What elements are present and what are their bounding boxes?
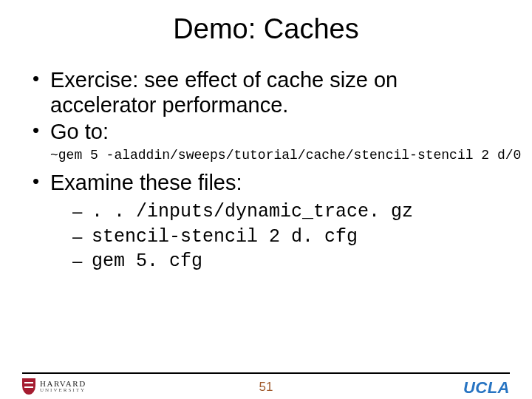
bullet-list: Exercise: see effect of cache size on ac…	[33, 67, 507, 145]
bullet-goto: Go to:	[33, 119, 507, 144]
harvard-logo: HARVARD UNIVERSITY	[22, 378, 86, 395]
slide-title: Demo: Caches	[0, 13, 532, 45]
slide-body: Exercise: see effect of cache size on ac…	[0, 67, 532, 274]
slide-footer: 51 HARVARD UNIVERSITY UCLA	[0, 372, 532, 399]
bullet-exercise: Exercise: see effect of cache size on ac…	[33, 67, 507, 117]
footer-rule	[22, 372, 510, 374]
bullet-examine: Examine these files: . . /inputs/dynamic…	[33, 170, 507, 274]
ucla-logo: UCLA	[463, 378, 510, 398]
file-item-gem5-cfg: gem 5. cfg	[50, 249, 507, 274]
slide: Demo: Caches Exercise: see effect of cac…	[0, 13, 532, 399]
bullet-list-2: Examine these files: . . /inputs/dynamic…	[33, 170, 507, 274]
goto-path: ~gem 5 -aladdin/sweeps/tutorial/cache/st…	[33, 148, 507, 163]
harvard-crest-icon	[22, 378, 35, 395]
harvard-subtext: UNIVERSITY	[40, 388, 86, 393]
file-list: . . /inputs/dynamic_trace. gz stencil-st…	[50, 200, 507, 274]
file-item-stencil-cfg: stencil-stencil 2 d. cfg	[50, 225, 507, 250]
file-item-trace: . . /inputs/dynamic_trace. gz	[50, 200, 507, 225]
harvard-text: HARVARD UNIVERSITY	[40, 380, 86, 393]
bullet-examine-label: Examine these files:	[50, 171, 242, 194]
